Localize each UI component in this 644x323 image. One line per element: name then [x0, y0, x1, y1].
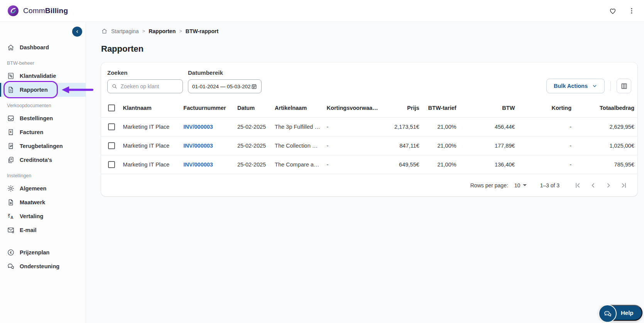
table-header-row: Klantnaam Factuurnummer Datum Artikelnaa…	[101, 99, 637, 118]
sidebar-item-klantvalidatie[interactable]: Klantvalidatie	[0, 69, 86, 83]
cell-datum: 25-02-2025	[234, 136, 272, 155]
prev-page-icon[interactable]	[588, 180, 598, 190]
table-row: Marketing IT Place INV/000003 25-02-2025…	[101, 136, 637, 155]
rows-per-page-select[interactable]: 10	[514, 182, 527, 188]
sidebar-item-facturen[interactable]: € Facturen	[0, 125, 86, 139]
next-page-icon[interactable]	[603, 180, 614, 190]
column-header-totaalbedrag[interactable]: Totaalbedrag	[575, 99, 637, 118]
cell-klantnaam: Marketing IT Place	[120, 136, 181, 155]
invoice-link[interactable]: INV/000003	[183, 124, 213, 130]
column-header-factuurnummer[interactable]: Factuurnummer	[180, 99, 234, 118]
sidebar-item-prijzenplan[interactable]: € Prijzenplan	[0, 246, 86, 259]
column-header-datum[interactable]: Datum	[234, 99, 272, 118]
column-header-korting[interactable]: Korting	[518, 99, 575, 118]
reports-table: Klantnaam Factuurnummer Datum Artikelnaa…	[101, 99, 637, 174]
pagination-range: 1–3 of 3	[540, 182, 559, 188]
cell-prijs: 2,173,51€	[381, 118, 422, 136]
sidebar-item-label: Bestellingen	[20, 115, 53, 121]
sidebar-item-label: Rapporten	[20, 87, 48, 93]
row-checkbox[interactable]	[108, 142, 115, 149]
sidebar-item-terugbetalingen[interactable]: Terugbetalingen	[0, 139, 86, 153]
kebab-menu-icon[interactable]	[628, 7, 636, 15]
table-row: Marketing IT Place INV/000003 25-02-2025…	[101, 155, 637, 174]
date-range-input[interactable]: 01-01-2024 — 05-03-202	[188, 79, 262, 93]
euro-circle-icon: €	[7, 249, 15, 256]
percent-document-icon	[7, 72, 15, 80]
sidebar-item-creditnotas[interactable]: Creditnota's	[0, 153, 86, 167]
home-icon[interactable]	[101, 28, 108, 34]
sidebar-item-ondersteuning[interactable]: Ondersteuning	[0, 259, 86, 273]
svg-text:€: €	[10, 130, 12, 134]
sidebar-item-label: Ondersteuning	[20, 263, 59, 269]
column-header-btw[interactable]: BTW	[460, 99, 518, 118]
date-range-label: Datumbereik	[188, 69, 262, 76]
cell-kortingsvoorwaarden: -	[324, 118, 382, 136]
sidebar-collapse-button[interactable]	[72, 27, 82, 37]
sidebar-item-dashboard[interactable]: Dashboard	[0, 40, 86, 54]
sidebar-item-label: E-mail	[20, 227, 37, 233]
translate-icon: Ƶ A	[7, 212, 15, 220]
row-checkbox[interactable]	[108, 161, 115, 168]
rows-per-page-value: 10	[514, 182, 521, 188]
invoice-link[interactable]: INV/000003	[183, 162, 213, 168]
column-header-prijs[interactable]: Prijs	[381, 99, 422, 118]
cell-artikelnaam: The Compare at …	[272, 155, 324, 174]
calendar-icon	[251, 83, 257, 90]
brand-name: CommBilling	[23, 7, 68, 15]
gear-icon	[7, 185, 15, 192]
column-header-btw-tarief[interactable]: BTW-tarief	[423, 99, 460, 118]
cell-totaalbedrag: 785,95€	[575, 155, 637, 174]
breadcrumb-startpagina[interactable]: Startpagina	[111, 28, 139, 34]
bulk-actions-button[interactable]: Bulk Actions	[546, 79, 605, 93]
breadcrumb: Startpagina > Rapporten > BTW-rapport	[101, 28, 637, 34]
date-range-value: 01-01-2024 — 05-03-202	[192, 84, 251, 89]
svg-text:Ƶ: Ƶ	[8, 213, 10, 217]
reports-card: Zoeken Datumbereik 01-01-2024 — 05-03-20…	[101, 62, 637, 196]
sidebar-item-vertaling[interactable]: Ƶ A Vertaling	[0, 209, 86, 223]
cell-btw: 136,40€	[460, 155, 518, 174]
column-settings-button[interactable]	[617, 79, 631, 93]
search-input[interactable]	[121, 83, 179, 89]
search-icon	[112, 83, 118, 90]
search-label: Zoeken	[107, 69, 183, 76]
help-button[interactable]: Help	[599, 305, 642, 321]
select-all-checkbox[interactable]	[108, 104, 115, 111]
sidebar-item-label: Prijzenplan	[20, 249, 49, 256]
mail-gear-icon	[7, 226, 15, 234]
sidebar-item-label: Algemeen	[20, 185, 46, 192]
copy-documents-icon	[7, 156, 15, 164]
refund-receipt-icon	[7, 142, 15, 150]
pagination: Rows per page: 10 1–3 of 3	[101, 174, 637, 196]
last-page-icon[interactable]	[619, 180, 629, 190]
sidebar-item-algemeen[interactable]: Algemeen	[0, 182, 86, 195]
top-bar: CommBilling	[0, 0, 644, 22]
sidebar-section-btw-beheer: BTW-beheer	[0, 61, 86, 66]
heart-icon[interactable]	[609, 7, 617, 15]
sidebar-item-bestellingen[interactable]: Bestellingen	[0, 111, 86, 125]
row-checkbox[interactable]	[108, 123, 115, 130]
cell-btw-tarief: 21,00%	[423, 118, 460, 136]
cell-btw-tarief: 21,00%	[423, 155, 460, 174]
sidebar-item-rapporten[interactable]: Rapporten	[0, 83, 86, 97]
column-header-klantnaam[interactable]: Klantnaam	[120, 99, 181, 118]
caret-down-icon	[523, 184, 527, 186]
breadcrumb-rapporten[interactable]: Rapporten	[149, 28, 176, 34]
first-page-icon[interactable]	[573, 180, 583, 190]
sidebar: Dashboard BTW-beheer Klantvalidatie Rapp…	[0, 22, 86, 323]
brand: CommBilling	[7, 5, 68, 17]
chevron-down-icon	[592, 83, 597, 89]
invoice-link[interactable]: INV/000003	[183, 143, 213, 149]
cell-prijs: 649,55€	[381, 155, 422, 174]
column-header-kortingsvoorwaarden[interactable]: Kortingsvoorwaar…	[324, 99, 382, 118]
cell-kortingsvoorwaarden: -	[324, 136, 382, 155]
sidebar-item-email[interactable]: E-mail	[0, 223, 86, 237]
sidebar-item-maatwerk[interactable]: Maatwerk	[0, 195, 86, 209]
chevron-left-icon	[75, 29, 79, 34]
cell-korting: -	[518, 136, 575, 155]
sidebar-item-label: Dashboard	[20, 44, 49, 50]
search-box	[107, 79, 183, 93]
svg-text:€: €	[10, 251, 12, 254]
cell-datum: 25-02-2025	[234, 155, 272, 174]
column-header-artikelnaam[interactable]: Artikelnaam	[272, 99, 324, 118]
sidebar-item-label: Vertaling	[20, 213, 43, 219]
